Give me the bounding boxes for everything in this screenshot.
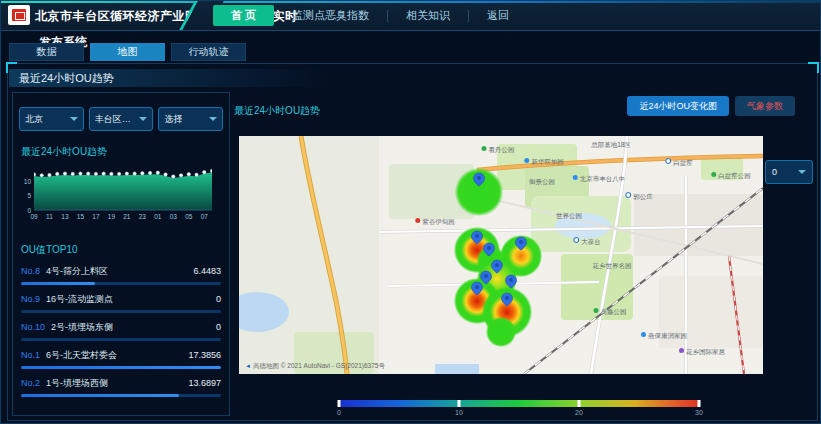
data-point bbox=[48, 173, 51, 176]
top-list-title: OU值TOP10 bbox=[21, 243, 229, 257]
legend-tick-mark bbox=[698, 400, 701, 407]
chevron-down-icon bbox=[798, 170, 806, 174]
data-point bbox=[102, 172, 105, 175]
progress-track bbox=[21, 282, 221, 285]
ou-color-legend: 0102030 bbox=[339, 400, 699, 419]
x-tick-label: 19 bbox=[108, 213, 115, 220]
progress-track bbox=[21, 310, 221, 313]
legend-tick-mark bbox=[578, 400, 581, 407]
nav-item-odor-index[interactable]: 监测点恶臭指数 bbox=[274, 5, 387, 26]
legend-tick-label: 10 bbox=[455, 409, 463, 416]
data-point bbox=[117, 172, 120, 175]
app-logo-icon bbox=[8, 5, 30, 25]
x-tick-label: 13 bbox=[61, 213, 68, 220]
legend-tick-label: 20 bbox=[575, 409, 583, 416]
data-point bbox=[203, 170, 206, 173]
panel-header: 最近24小时OU趋势 bbox=[9, 69, 329, 87]
nav-item-knowledge[interactable]: 相关知识 bbox=[388, 5, 468, 26]
chevron-down-icon bbox=[139, 117, 147, 121]
left-panel: 北京 丰台区循环经济产… 选择 最近24小时OU趋势 0510 bbox=[12, 92, 230, 416]
x-tick-label: 03 bbox=[170, 213, 177, 220]
map-canvas bbox=[239, 136, 763, 374]
map-hour-select-value: 0 bbox=[772, 167, 777, 177]
x-tick-label: 01 bbox=[154, 213, 161, 220]
progress-fill bbox=[21, 366, 221, 369]
progress-fill bbox=[21, 282, 95, 285]
x-tick-label: 05 bbox=[185, 213, 192, 220]
x-tick-label: 21 bbox=[123, 213, 130, 220]
ou-value: 13.6897 bbox=[188, 378, 221, 388]
x-tick-label: 09 bbox=[30, 213, 37, 220]
legend-tick-mark bbox=[338, 400, 341, 407]
dashboard-root: 北京市丰台区循环经济产业园大气恶臭状况实时 首 页 监测点恶臭指数 相关知识 返… bbox=[0, 0, 821, 424]
tab-map[interactable]: 地图 bbox=[90, 43, 165, 61]
legend-tick-mark bbox=[458, 400, 461, 407]
legend-tick-label: 0 bbox=[337, 409, 341, 416]
x-tick-label: 15 bbox=[77, 213, 84, 220]
nav-item-back[interactable]: 返回 bbox=[469, 5, 527, 26]
district-select[interactable]: 丰台区循环经济产… bbox=[89, 107, 154, 131]
site-select[interactable]: 选择 bbox=[158, 107, 223, 131]
chevron-down-icon bbox=[209, 117, 217, 121]
rank-label: No.9 bbox=[21, 294, 40, 304]
tab-data[interactable]: 数据 bbox=[9, 43, 84, 61]
legend-tick-label: 30 bbox=[695, 409, 703, 416]
ou-value: 6.4483 bbox=[193, 266, 221, 276]
data-point bbox=[195, 173, 198, 176]
y-tick-label: 5 bbox=[21, 192, 31, 199]
legend-tick-labels: 0102030 bbox=[339, 409, 699, 419]
y-tick-label: 10 bbox=[21, 178, 31, 185]
heatmap-map[interactable]: 看丹公园总部基地18区新华双加园御景公园北京市丰台八中白盆窑白盆窑公园郭公庄世界… bbox=[239, 136, 763, 374]
filter-selects: 北京 丰台区循环经济产… 选择 bbox=[19, 107, 223, 131]
map-section-title: 最近24小时OU趋势 bbox=[234, 104, 320, 118]
city-select-value: 北京 bbox=[25, 113, 43, 126]
progress-track bbox=[21, 394, 221, 397]
list-item[interactable]: No.102号-填埋场东侧0 bbox=[21, 321, 221, 341]
ou-value: 17.3856 bbox=[188, 350, 221, 360]
station-name: 2号-填埋场东侧 bbox=[51, 321, 216, 334]
progress-fill bbox=[21, 394, 179, 397]
x-tick-label: 23 bbox=[139, 213, 146, 220]
ou-top-list: No.84号-筛分上料区6.4483 No.916号-流动监测点0 No.102… bbox=[21, 265, 221, 397]
x-axis-ticks: 091113151719212301030507 bbox=[34, 213, 212, 223]
main-panel: 最近24小时OU趋势 北京 丰台区循环经济产… 选择 最近24小时OU趋势 bbox=[7, 63, 818, 421]
chevron-down-icon bbox=[70, 117, 78, 121]
data-point bbox=[110, 172, 113, 175]
site-select-value: 选择 bbox=[164, 113, 182, 126]
x-tick-label: 07 bbox=[201, 213, 208, 220]
map-toolbar: 近24小时OU变化图 气象参数 bbox=[627, 96, 795, 116]
station-name: 6号-北天堂村委会 bbox=[46, 349, 188, 362]
trend-chart-title: 最近24小时OU趋势 bbox=[21, 145, 229, 159]
ou-change-map-button[interactable]: 近24小时OU变化图 bbox=[627, 96, 729, 116]
legend-gradient-bar[interactable] bbox=[339, 400, 699, 407]
data-point bbox=[79, 172, 82, 175]
main-nav: 首 页 监测点恶臭指数 相关知识 返回 bbox=[213, 1, 527, 30]
rank-label: No.2 bbox=[21, 378, 40, 388]
x-tick-label: 17 bbox=[92, 213, 99, 220]
nav-item-home[interactable]: 首 页 bbox=[213, 5, 274, 26]
map-attribution: 高德地图 © 2021 AutoNavi - GS(2021)6375号 bbox=[245, 362, 385, 371]
list-item[interactable]: No.21号-填埋场西侧13.6897 bbox=[21, 377, 221, 397]
x-tick-label: 11 bbox=[46, 213, 53, 220]
station-name: 1号-填埋场西侧 bbox=[46, 377, 188, 390]
rank-label: No.1 bbox=[21, 350, 40, 360]
data-point bbox=[71, 172, 74, 175]
list-item[interactable]: No.84号-筛分上料区6.4483 bbox=[21, 265, 221, 285]
weather-params-button[interactable]: 气象参数 bbox=[735, 96, 795, 116]
data-point bbox=[34, 173, 36, 176]
progress-track bbox=[21, 366, 221, 369]
progress-track bbox=[21, 338, 221, 341]
data-point bbox=[172, 175, 175, 178]
list-item[interactable]: No.916号-流动监测点0 bbox=[21, 293, 221, 313]
rank-label: No.10 bbox=[21, 322, 45, 332]
data-point bbox=[63, 172, 66, 175]
data-point bbox=[133, 172, 136, 175]
ou-value: 0 bbox=[216, 322, 221, 332]
station-name: 4号-筛分上料区 bbox=[46, 265, 193, 278]
city-select[interactable]: 北京 bbox=[19, 107, 84, 131]
tab-track[interactable]: 行动轨迹 bbox=[171, 43, 246, 61]
list-item[interactable]: No.16号-北天堂村委会17.3856 bbox=[21, 349, 221, 369]
header-bar: 北京市丰台区循环经济产业园大气恶臭状况实时 首 页 监测点恶臭指数 相关知识 返… bbox=[1, 1, 820, 31]
publish-tabs: 数据 地图 行动轨迹 bbox=[9, 43, 246, 61]
map-hour-select[interactable]: 0 bbox=[765, 160, 813, 184]
